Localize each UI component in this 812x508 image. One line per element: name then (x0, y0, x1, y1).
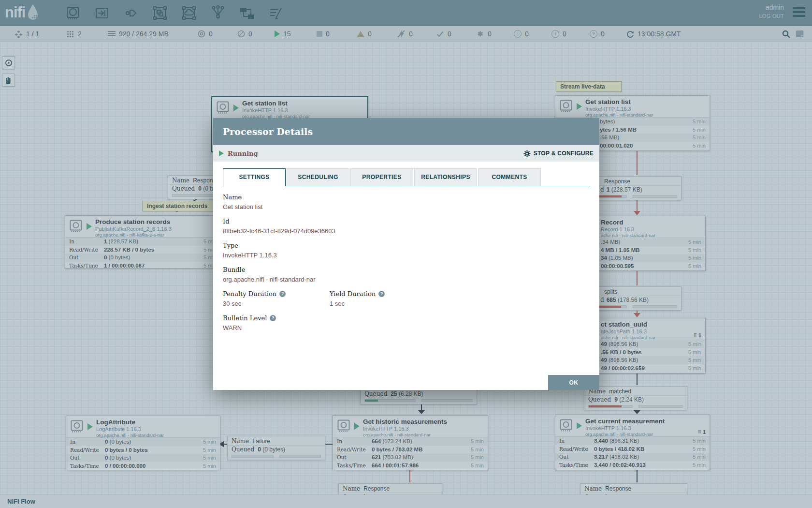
field-penalty-value: 30 sec (223, 300, 330, 307)
dialog-title: Processor Details (213, 118, 599, 145)
stop-and-configure-button[interactable]: STOP & CONFIGURE (523, 150, 594, 157)
field-yield-duration: Yield Duration? 1 sec (330, 290, 385, 307)
field-id: Id f8fbeb32-fc46-31cf-829d-074d09e36603 (223, 218, 590, 235)
tab-properties[interactable]: PROPERTIES (350, 168, 413, 186)
field-type-value: InvokeHTTP 1.16.3 (223, 252, 590, 259)
running-status-icon (219, 150, 224, 156)
field-penalty-duration: Penalty Duration? 30 sec (223, 290, 330, 307)
tab-scheduling[interactable]: SCHEDULING (287, 168, 349, 186)
help-icon[interactable]: ? (378, 291, 385, 297)
field-bundle: Bundle org.apache.nifi - nifi-standard-n… (223, 266, 590, 283)
processor-details-dialog: Processor Details Running STOP & CONFIGU… (213, 118, 599, 390)
help-icon[interactable]: ? (279, 291, 286, 297)
field-bundle-value: org.apache.nifi - nifi-standard-nar (223, 276, 590, 283)
ok-button[interactable]: OK (548, 375, 599, 390)
dialog-tabs: SETTINGS SCHEDULING PROPERTIES RELATIONS… (223, 168, 590, 186)
field-name-value: Get station list (223, 203, 590, 210)
run-status-text: Running (228, 150, 258, 157)
field-id-value: f8fbeb32-fc46-31cf-829d-074d09e36603 (223, 227, 590, 235)
tab-comments[interactable]: COMMENTS (478, 168, 541, 186)
field-name: Name Get station list (223, 194, 590, 210)
field-bulletin-value: WARN (223, 324, 590, 331)
field-type: Type InvokeHTTP 1.16.3 (223, 242, 590, 259)
tab-settings[interactable]: SETTINGS (223, 168, 286, 186)
field-yield-value: 1 sec (330, 300, 385, 307)
tab-relationships[interactable]: RELATIONSHIPS (414, 168, 477, 186)
help-icon[interactable]: ? (270, 315, 276, 321)
gear-icon (523, 150, 531, 157)
field-bulletin-level: Bulletin Level? WARN (223, 314, 590, 331)
dialog-status-bar: Running STOP & CONFIGURE (213, 145, 599, 162)
